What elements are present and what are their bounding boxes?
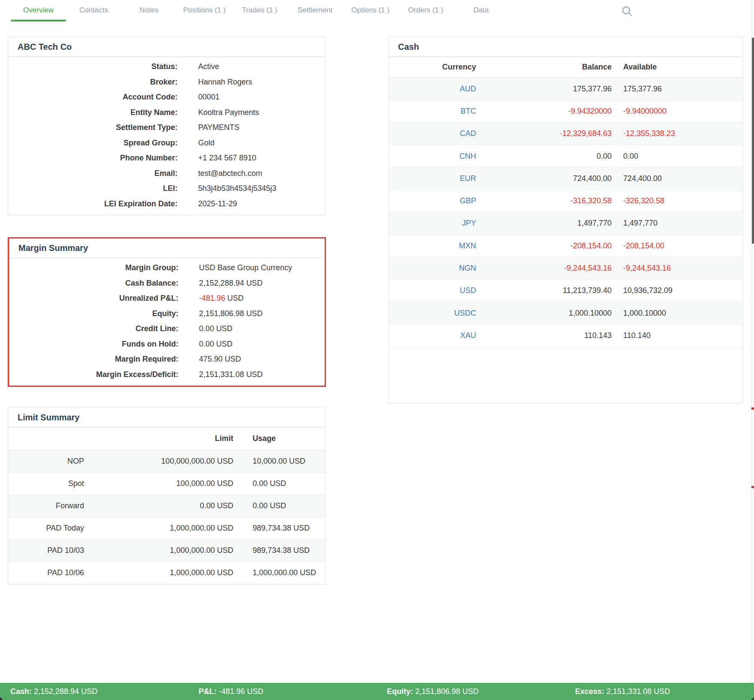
limit-row-pad-today: PAD Today1,000,000.00 USD989,734.38 USD: [8, 517, 326, 539]
currency-link-usdc[interactable]: USDC: [454, 309, 476, 317]
limit-row-nop: NOP100,000,000.00 USD10,000.00 USD: [8, 450, 326, 472]
cash-row-balance: 110.143: [477, 324, 612, 347]
footer-label: Equity:: [387, 687, 413, 696]
field-value: Gold: [198, 139, 214, 148]
cash-row-currency-cell: GBP: [389, 190, 477, 212]
tab-notes[interactable]: Notes: [121, 5, 177, 21]
limit-row-forward: Forward0.00 USD0.00 USD: [8, 495, 326, 517]
margin-summary-panel: Margin Summary Margin Group:USD Base Gro…: [8, 237, 326, 387]
field-row-email: Email:test@abctech.com: [8, 166, 326, 181]
field-unit: USD: [246, 370, 262, 379]
limit-row-limit: 1,000,000.00 USD: [84, 517, 234, 539]
scrollbar-thumb[interactable]: [752, 38, 754, 244]
footer-item-equity: Equity: 2,151,806.98 USD: [377, 687, 565, 696]
currency-link-jpy[interactable]: JPY: [462, 219, 476, 227]
field-value-text: 2,151,806.98: [199, 309, 244, 318]
currency-link-aud[interactable]: AUD: [460, 84, 476, 93]
cash-row-xau: XAU110.143110.140: [389, 324, 743, 347]
scrollbar-marker-red-2: [751, 486, 754, 488]
tab-orders-1[interactable]: Orders (1 ): [398, 5, 453, 21]
cash-row-balance: -316,320.58: [477, 190, 612, 212]
cash-row-cad: CAD-12,329,684.63-12,355,338.23: [389, 123, 743, 145]
currency-link-eur[interactable]: EUR: [460, 174, 476, 183]
currency-link-xau[interactable]: XAU: [460, 331, 476, 340]
tab-contacts[interactable]: Contacts: [66, 5, 121, 21]
cash-header-balance: Balance: [477, 57, 612, 78]
field-value-text: PAYMENTS: [198, 123, 239, 132]
limit-header-usage: Usage: [234, 428, 326, 450]
field-value: Kooltra Payments: [198, 108, 259, 117]
footer-item-excess: Excess: 2,151,331.08 USD: [565, 687, 753, 696]
cash-row-cnh: CNH0.000.00: [389, 145, 743, 167]
field-label: Margin Required:: [9, 355, 178, 364]
right-scrollbar[interactable]: [751, 0, 754, 700]
cash-row-available: 175,377.96: [612, 78, 743, 100]
field-row-margin-group: Margin Group:USD Base Group Currency: [9, 260, 325, 276]
field-label: Margin Excess/Deficit:: [9, 370, 178, 379]
limit-row-usage: 989,734.38 USD: [234, 539, 326, 561]
field-unit: USD: [246, 279, 262, 287]
tab-options-1[interactable]: Options (1 ): [343, 5, 398, 21]
field-label: Broker:: [8, 78, 178, 87]
tab-overview[interactable]: Overview: [11, 5, 66, 21]
cash-row-mxn: MXN-208,154.00-208,154.00: [389, 235, 743, 257]
cash-panel-title: Cash: [389, 37, 743, 57]
tab-label: Positions (1 ): [183, 5, 226, 15]
field-label: LEI:: [8, 184, 178, 193]
cash-header-currency: Currency: [389, 57, 477, 78]
cash-row-balance: 0.00: [477, 145, 612, 167]
field-value-text: 5h3j4b53h4534j5345j3: [198, 184, 276, 193]
cash-row-balance: -9,244,543.16: [477, 257, 612, 279]
field-label: Funds on Hold:: [9, 340, 178, 349]
cash-row-currency-cell: MXN: [389, 235, 477, 257]
tab-settlement[interactable]: Settlement: [287, 5, 343, 21]
tab-data[interactable]: Data: [453, 5, 509, 21]
currency-link-usd[interactable]: USD: [460, 286, 476, 295]
limit-table-body: NOP100,000,000.00 USD10,000.00 USDSpot10…: [8, 450, 326, 584]
search-icon[interactable]: [621, 5, 633, 17]
currency-link-gbp[interactable]: GBP: [460, 196, 476, 205]
tab-underline: [343, 20, 398, 21]
cash-table: Currency Balance Available AUD175,377.96…: [389, 57, 743, 347]
cash-row-currency-cell: USD: [389, 280, 477, 302]
cash-row-usd: USD11,213,739.4010,936,732.09: [389, 280, 743, 302]
field-row-funds-on-hold: Funds on Hold:0.00 USD: [9, 337, 325, 352]
tab-underline: [66, 20, 121, 21]
field-label: Entity Name:: [8, 108, 178, 117]
currency-link-btc[interactable]: BTC: [461, 107, 476, 115]
field-label: Cash Balance:: [9, 279, 178, 288]
currency-link-ngn[interactable]: NGN: [459, 264, 476, 272]
currency-link-cnh[interactable]: CNH: [459, 152, 476, 160]
footer-item-p-l: P&L: -481.96 USD: [188, 687, 377, 696]
field-label: Email:: [8, 169, 178, 178]
field-value: Hannah Rogers: [198, 78, 252, 87]
limit-row-limit: 1,000,000.00 USD: [84, 539, 234, 561]
footer-value: -481.96 USD: [219, 687, 263, 696]
field-value-text: +1 234 567 8910: [198, 154, 256, 162]
tab-trades-1[interactable]: Trades (1 ): [232, 5, 287, 21]
tab-positions-1[interactable]: Positions (1 ): [177, 5, 232, 21]
field-unit: USD: [225, 355, 241, 363]
field-value: 0.00 USD: [199, 340, 232, 349]
footer-label: P&L:: [199, 687, 217, 696]
field-unit: USD: [227, 294, 244, 302]
limit-row-name: PAD 10/06: [8, 561, 84, 584]
cash-row-currency-cell: CAD: [389, 123, 477, 145]
cash-row-available: 10,936,732.09: [612, 280, 743, 302]
field-value: Active: [198, 62, 219, 71]
field-value: 0.00 USD: [199, 324, 232, 333]
currency-link-cad[interactable]: CAD: [460, 129, 476, 138]
cash-row-currency-cell: USDC: [389, 302, 477, 324]
tab-label: Data: [474, 5, 489, 15]
field-value-text: 2,151,331.08: [199, 370, 244, 379]
limit-row-limit: 100,000,000.00 USD: [84, 450, 234, 472]
cash-header-available: Available: [612, 57, 743, 78]
tab-label: Overview: [23, 5, 54, 15]
limit-header-limit: Limit: [84, 428, 234, 450]
cash-row-available: -9,244,543.16: [612, 257, 743, 279]
currency-link-mxn[interactable]: MXN: [459, 241, 476, 250]
tab-label: Options (1 ): [351, 5, 389, 15]
cash-row-balance: 724,400.00: [477, 167, 612, 190]
cash-row-available: -208,154.00: [612, 235, 743, 257]
field-value-text: Hannah Rogers: [198, 78, 252, 86]
